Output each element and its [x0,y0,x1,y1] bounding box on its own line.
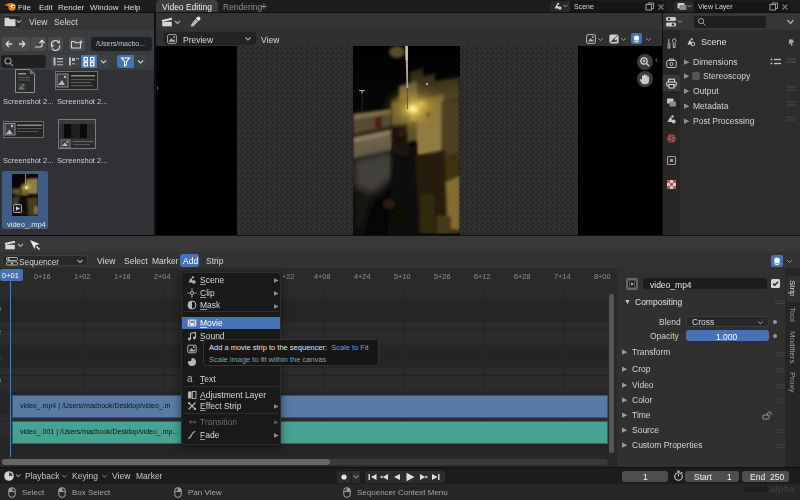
svg-text:a: a [187,373,193,384]
